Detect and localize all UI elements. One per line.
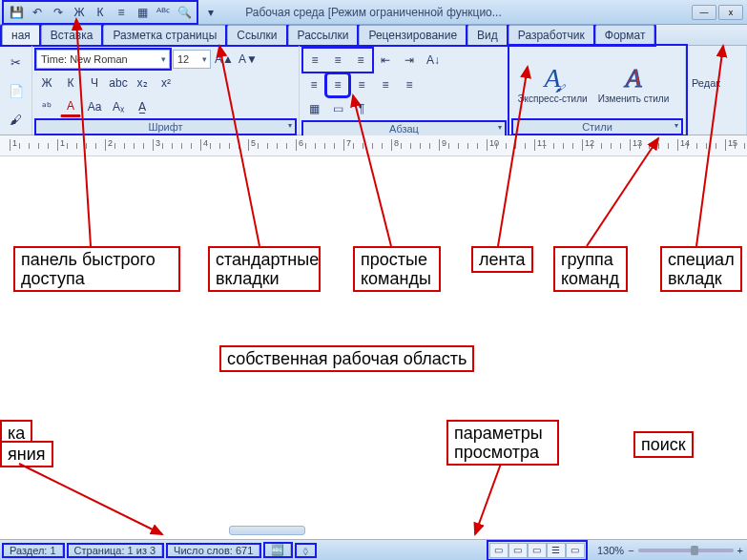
outline-icon[interactable]: ☰ xyxy=(547,543,566,558)
bullets-icon[interactable]: ≡ xyxy=(304,50,325,71)
list-icon[interactable]: ≡ xyxy=(111,3,132,22)
justify-icon[interactable]: ≡ xyxy=(375,74,396,95)
show-marks-icon[interactable]: ¶ xyxy=(351,98,372,119)
line-spacing-icon[interactable]: ≡ xyxy=(399,74,420,95)
align-right-icon[interactable]: ≡ xyxy=(351,74,372,95)
italic-icon[interactable]: К xyxy=(90,3,111,22)
subscript-icon[interactable]: x₂ xyxy=(132,73,153,93)
grow-font-icon[interactable]: A▲ xyxy=(214,49,235,70)
tab-references[interactable]: Ссылки xyxy=(227,25,286,45)
indent-left-icon[interactable]: ⇤ xyxy=(375,50,396,71)
font-group: Time: New Roman 12 A▲ A▼ Ж К Ч abc x₂ x²… xyxy=(32,46,300,135)
ruler-number: 1 xyxy=(12,138,17,148)
change-case-icon[interactable]: Aa xyxy=(84,96,105,117)
zoom-slider[interactable] xyxy=(638,549,734,552)
tab-home[interactable]: ная xyxy=(2,25,40,45)
annot-work-area: собственная рабочая область xyxy=(219,345,474,372)
redo-icon[interactable]: ↷ xyxy=(48,3,69,22)
zoom-percent[interactable]: 130% xyxy=(597,545,624,556)
char-border-icon[interactable]: A̲ xyxy=(132,96,153,117)
cut-icon[interactable]: ✂ xyxy=(6,52,27,73)
format-painter-icon[interactable]: 🖌 xyxy=(6,109,27,130)
tab-format[interactable]: Формат xyxy=(595,25,655,45)
minimize-button[interactable]: — xyxy=(692,5,716,20)
ruler[interactable]: 1123456789101112131415 xyxy=(0,135,747,156)
tab-review[interactable]: Рецензирование xyxy=(359,25,467,45)
horizontal-scrollbar[interactable] xyxy=(229,526,305,535)
highlight-icon[interactable]: ᵃᵇ xyxy=(36,96,57,117)
status-page[interactable]: Страница: 1 из 3 xyxy=(69,545,163,556)
font-size-combo[interactable]: 12 xyxy=(173,50,211,69)
zoom-plus-button[interactable]: + xyxy=(737,545,743,556)
view-mode-buttons: ▭ ▭ ▭ ☰ ▭ xyxy=(488,542,586,559)
numbering-icon[interactable]: ≡ xyxy=(327,50,348,71)
status-insert-icon[interactable]: ⎀ xyxy=(297,545,315,556)
align-center-icon[interactable]: ≡ xyxy=(327,74,348,95)
zoom-thumb[interactable] xyxy=(691,546,698,555)
tab-mailings[interactable]: Рассылки xyxy=(288,25,359,45)
letter-a-outline-icon: A xyxy=(625,63,641,93)
quick-styles-label: Экспресс-стили xyxy=(517,93,587,104)
editing-label: Редак xyxy=(692,77,742,89)
bold-icon[interactable]: Ж xyxy=(36,73,57,93)
status-section[interactable]: Раздел: 1 xyxy=(4,545,63,556)
ruler-number: 14 xyxy=(680,138,690,148)
superscript-icon[interactable]: x² xyxy=(156,73,176,93)
tab-developer[interactable]: Разработчик xyxy=(508,25,594,45)
close-button[interactable]: x xyxy=(718,5,743,20)
font-name-combo[interactable]: Time: New Roman xyxy=(36,50,170,69)
spellcheck-icon[interactable]: ᴬᴮᶜ xyxy=(153,3,174,22)
align-left-icon[interactable]: ≡ xyxy=(303,74,324,95)
annot-special-tabs: специал вкладк xyxy=(660,246,742,292)
underline-icon[interactable]: Ч xyxy=(84,73,105,93)
annot-ribbon: лента xyxy=(471,246,533,273)
change-styles-button[interactable]: A Изменить стили xyxy=(594,52,673,114)
copy-icon[interactable]: 📄 xyxy=(6,80,27,101)
ruler-number: 6 xyxy=(299,138,303,148)
clear-format-icon[interactable]: Aᵪ xyxy=(108,96,129,117)
sort-icon[interactable]: A↓ xyxy=(423,50,444,71)
draft-icon[interactable]: ▭ xyxy=(566,543,585,558)
ruler-number: 12 xyxy=(585,138,594,148)
undo-icon[interactable]: ↶ xyxy=(27,3,48,22)
ruler-number: 11 xyxy=(537,138,547,148)
indent-right-icon[interactable]: ⇥ xyxy=(399,50,420,71)
tabs-row: ная Вставка Разметка страницы Ссылки Рас… xyxy=(0,25,747,46)
status-lang-icon[interactable]: 🔤 xyxy=(265,544,291,556)
shading-icon[interactable]: ▦ xyxy=(303,98,324,119)
annot-status-left2: яния xyxy=(0,441,53,467)
change-styles-label: Изменить стили xyxy=(598,93,669,104)
print-layout-icon[interactable]: ▭ xyxy=(489,543,508,558)
web-layout-icon[interactable]: ▭ xyxy=(528,543,547,558)
annot-search: поиск xyxy=(633,431,694,458)
tab-insert[interactable]: Вставка xyxy=(41,25,103,45)
full-read-icon[interactable]: ▭ xyxy=(508,543,528,558)
font-color-icon[interactable]: A xyxy=(60,96,81,117)
annot-qat: панель быстрого доступа xyxy=(13,246,180,292)
ribbon: ✂ 📄 🖌 Time: New Roman 12 A▲ A▼ Ж К Ч abc… xyxy=(0,46,747,135)
tab-page-layout[interactable]: Разметка страницы xyxy=(103,25,226,45)
status-words[interactable]: Число слов: 671 xyxy=(168,545,259,556)
tab-view[interactable]: Вид xyxy=(467,25,508,45)
bold-icon[interactable]: Ж xyxy=(69,3,90,22)
borders-icon[interactable]: ▭ xyxy=(327,98,348,119)
italic-icon[interactable]: К xyxy=(60,73,81,93)
quick-styles-button[interactable]: A🖌 Экспресс-стили xyxy=(513,52,591,114)
table-icon[interactable]: ▦ xyxy=(132,3,153,22)
ruler-number: 10 xyxy=(489,138,499,148)
qat-customize-dropdown[interactable]: ▾ xyxy=(200,3,221,22)
quick-access-toolbar: 💾 ↶ ↷ Ж К ≡ ▦ ᴬᴮᶜ 🔍 xyxy=(4,2,197,23)
styles-group-label[interactable]: Стили xyxy=(513,120,681,134)
paragraph-group-label[interactable]: Абзац xyxy=(303,122,505,135)
preview-icon[interactable]: 🔍 xyxy=(174,3,195,22)
save-icon[interactable]: 💾 xyxy=(6,3,27,22)
shrink-font-icon[interactable]: A▼ xyxy=(238,49,259,70)
strike-icon[interactable]: abc xyxy=(108,73,129,93)
editing-group: Редак xyxy=(686,46,747,135)
window-buttons: — x xyxy=(692,5,743,20)
multilevel-icon[interactable]: ≡ xyxy=(350,50,371,71)
zoom-minus-button[interactable]: − xyxy=(628,545,633,556)
font-group-label[interactable]: Шрифт xyxy=(36,120,295,134)
ruler-number: 15 xyxy=(728,138,737,148)
ruler-number: 8 xyxy=(394,138,399,148)
